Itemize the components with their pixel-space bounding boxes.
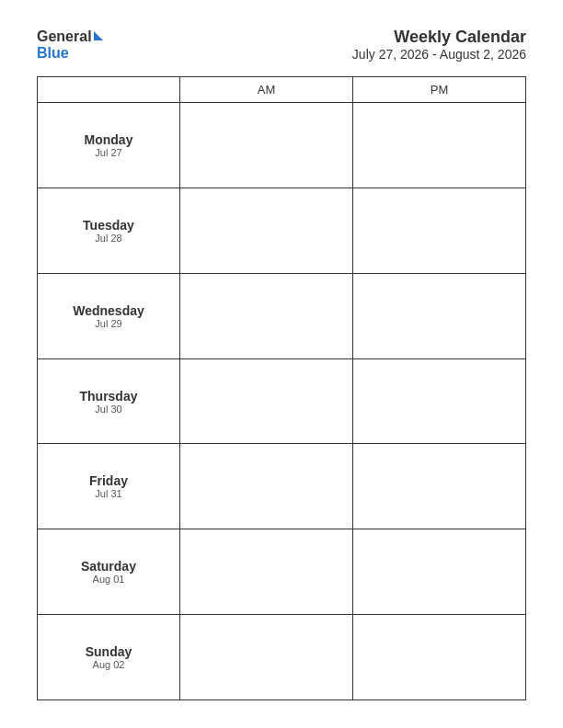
day-date: Jul 29 xyxy=(95,318,121,329)
calendar-title: Weekly Calendar xyxy=(352,28,526,47)
day-date: Aug 01 xyxy=(93,574,125,585)
pm-cell[interactable] xyxy=(353,444,525,529)
am-cell[interactable] xyxy=(180,359,353,444)
am-cell[interactable] xyxy=(180,103,353,188)
am-cell[interactable] xyxy=(180,444,353,529)
am-cell[interactable] xyxy=(180,529,353,614)
day-cell: SundayAug 02 xyxy=(38,615,180,700)
am-header-cell: AM xyxy=(180,77,353,102)
day-cell: TuesdayJul 28 xyxy=(38,188,180,273)
day-cell: ThursdayJul 30 xyxy=(38,359,180,444)
day-cell: WednesdayJul 29 xyxy=(38,274,180,358)
day-name: Sunday xyxy=(86,644,132,659)
am-cell[interactable] xyxy=(180,615,353,700)
day-cell: FridayJul 31 xyxy=(38,444,180,529)
day-header-cell xyxy=(38,77,180,102)
table-row: ThursdayJul 30 xyxy=(38,359,525,445)
pm-header-cell: PM xyxy=(353,77,525,102)
calendar: AM PM MondayJul 27TuesdayJul 28Wednesday… xyxy=(37,76,526,700)
day-name: Saturday xyxy=(81,559,136,574)
table-row: TuesdayJul 28 xyxy=(38,188,525,274)
day-date: Jul 30 xyxy=(95,404,121,415)
pm-cell[interactable] xyxy=(353,188,525,273)
pm-cell[interactable] xyxy=(353,359,525,444)
day-date: Jul 28 xyxy=(95,233,121,244)
day-cell: MondayJul 27 xyxy=(38,103,180,188)
calendar-body: MondayJul 27TuesdayJul 28WednesdayJul 29… xyxy=(38,103,525,700)
logo: General Blue xyxy=(37,28,103,61)
title-area: Weekly Calendar July 27, 2026 - August 2… xyxy=(352,28,526,62)
page: General Blue Weekly Calendar July 27, 20… xyxy=(0,0,563,728)
day-cell: SaturdayAug 01 xyxy=(38,529,180,614)
day-name: Friday xyxy=(89,473,128,488)
logo-general-text: General xyxy=(37,28,92,45)
calendar-subtitle: July 27, 2026 - August 2, 2026 xyxy=(352,47,526,62)
pm-cell[interactable] xyxy=(353,529,525,614)
day-date: Jul 27 xyxy=(95,147,121,158)
pm-cell[interactable] xyxy=(353,615,525,700)
pm-cell[interactable] xyxy=(353,274,525,358)
table-row: WednesdayJul 29 xyxy=(38,274,525,359)
am-cell[interactable] xyxy=(180,274,353,358)
header: General Blue Weekly Calendar July 27, 20… xyxy=(37,28,526,62)
day-name: Monday xyxy=(85,132,133,147)
pm-cell[interactable] xyxy=(353,103,525,188)
day-date: Jul 31 xyxy=(95,488,121,499)
day-name: Thursday xyxy=(79,389,137,404)
table-row: FridayJul 31 xyxy=(38,444,525,529)
table-row: SundayAug 02 xyxy=(38,615,525,700)
table-row: MondayJul 27 xyxy=(38,103,525,188)
logo-blue-text: Blue xyxy=(37,45,69,62)
day-name: Tuesday xyxy=(83,218,134,233)
am-cell[interactable] xyxy=(180,188,353,273)
logo-triangle-icon xyxy=(94,31,103,40)
table-row: SaturdayAug 01 xyxy=(38,529,525,615)
calendar-header-row: AM PM xyxy=(38,77,525,103)
day-name: Wednesday xyxy=(73,303,144,318)
day-date: Aug 02 xyxy=(93,659,125,670)
